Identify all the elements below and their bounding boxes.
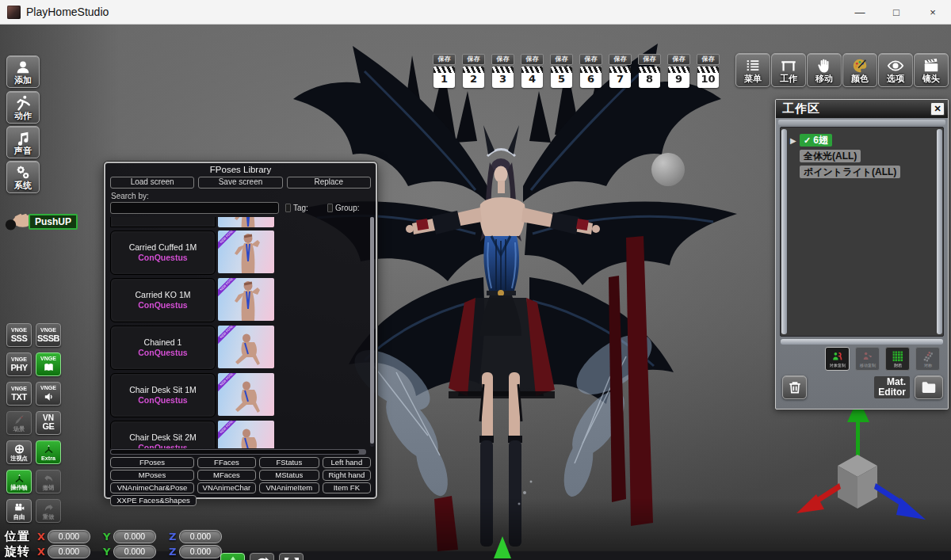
transform-x-field[interactable]: 0.000	[48, 545, 90, 558]
clapperboard-icon[interactable]: 2	[463, 67, 484, 88]
left-tool-add[interactable]: 添加	[6, 55, 40, 88]
left-tool-sound[interactable]: 声音	[6, 126, 40, 158]
list-item[interactable]	[110, 217, 374, 227]
pose-thumbnail[interactable]: NEW POSE	[218, 421, 274, 448]
scrollbar[interactable]	[781, 129, 787, 334]
dialog-button-save-screen[interactable]: Save screen	[198, 177, 282, 189]
save-button[interactable]: 保存	[579, 54, 602, 65]
dialog-button-replace[interactable]: Replace	[287, 177, 371, 189]
tree-item-chip[interactable]: ポイントライト(ALL)	[800, 166, 900, 178]
pose-item-chip[interactable]: Chained 1ConQuestus	[110, 326, 216, 370]
vnge-vnge-sss[interactable]: VNGESSS	[6, 323, 32, 347]
scrollbar[interactable]	[110, 449, 366, 455]
vnge-scene[interactable]: 场景	[6, 411, 32, 435]
expander-icon[interactable]: ▶	[790, 136, 800, 145]
category-mfaces[interactable]: MFaces	[197, 470, 256, 481]
vnge-vnge-phy[interactable]: VNGEPHY	[6, 352, 32, 376]
category-vnanimechar[interactable]: VNAnimeChar	[197, 482, 256, 493]
ws-tool-mirror[interactable]: 对称	[915, 347, 940, 371]
vnge-vnge-book[interactable]: VNGE	[36, 352, 61, 376]
save-button[interactable]: 保存	[667, 54, 690, 65]
ws-tool-attach[interactable]: 附着	[885, 347, 910, 371]
scrollbar[interactable]	[781, 339, 943, 345]
vnge-vnge-audio[interactable]: VNGE	[36, 382, 61, 406]
toolbar-color[interactable]: 颜色	[842, 53, 877, 87]
window-minimize-button[interactable]: —	[842, 0, 878, 24]
vnge-vnge-txt[interactable]: VNGETXT	[6, 382, 32, 406]
pose-item-chip[interactable]: Carried KO 1MConQuestus	[110, 278, 216, 322]
search-input[interactable]	[110, 202, 279, 214]
pushup-button[interactable]: PushUP	[3, 212, 78, 231]
clapperboard-icon[interactable]: 8	[639, 67, 660, 88]
vnge-undo[interactable]: 撤销	[36, 470, 61, 493]
clapperboard-icon[interactable]: 5	[551, 67, 572, 88]
tree-item-chip[interactable]: ✓6翅	[800, 134, 832, 147]
pose-thumbnail[interactable]: NEW POSE	[218, 230, 274, 273]
tree-item[interactable]: ▶✓6翅	[790, 134, 934, 147]
toolbar-options[interactable]: 选项	[878, 53, 913, 87]
tree-item[interactable]: ポイントライト(ALL)	[790, 166, 934, 178]
delete-button[interactable]	[782, 375, 807, 399]
toolbar-work[interactable]: 工作	[771, 53, 806, 87]
save-button[interactable]: 保存	[462, 54, 485, 65]
pose-item-chip[interactable]: Chair Desk Sit 2MConQuestus	[110, 421, 216, 448]
mat-editor-label[interactable]: Mat. Editor	[874, 376, 910, 398]
pose-thumbnail[interactable]: NEW POSE	[218, 278, 274, 321]
save-button[interactable]: 保存	[550, 54, 573, 65]
pose-thumbnail[interactable]: NEW POSE	[218, 326, 274, 368]
category-vnanimeitem[interactable]: VNAnimeItem	[259, 482, 319, 493]
category-mstatus[interactable]: MStatus	[259, 470, 319, 481]
clapperboard-icon[interactable]: 7	[609, 67, 631, 88]
scrollbar[interactable]	[937, 129, 942, 334]
scrollbar[interactable]	[370, 217, 374, 447]
transform-z-field[interactable]: 0.000	[179, 530, 222, 543]
tree-item[interactable]: 全体光(ALL)	[790, 150, 934, 162]
save-button[interactable]: 保存	[638, 54, 661, 65]
clapperboard-icon[interactable]: 10	[697, 67, 719, 88]
vnge-free-camera[interactable]: 自由	[6, 499, 32, 523]
pose-item-chip[interactable]	[110, 217, 216, 227]
workspace-tree[interactable]: ▶✓6翅全体光(ALL)ポイントライト(ALL)	[780, 127, 944, 337]
category-item-fk[interactable]: Item FK	[323, 482, 371, 493]
save-button[interactable]: 保存	[697, 54, 720, 65]
list-item[interactable]: Chained 1ConQuestusNEW POSE	[110, 326, 374, 370]
clapperboard-icon[interactable]: 6	[580, 67, 602, 88]
vnge-redo[interactable]: 重做	[36, 499, 61, 523]
workspace-titlebar[interactable]: 工作区 ✕	[776, 100, 948, 118]
vnge-look-at[interactable]: 注视点	[6, 440, 32, 464]
category-ffaces[interactable]: FFaces	[197, 457, 256, 468]
folder-button[interactable]	[915, 375, 943, 399]
transform-y-field[interactable]: 0.000	[113, 545, 156, 558]
toolbar-menu[interactable]: 菜单	[735, 53, 770, 87]
viewport-3d[interactable]: 添加动作声音系统 PushUP VNGESSSVNGESSSBVNGEPHYVN…	[0, 24, 951, 560]
left-tool-system[interactable]: 系统	[6, 161, 40, 193]
clapperboard-icon[interactable]: 1	[433, 67, 455, 88]
window-close-button[interactable]: ×	[915, 0, 951, 24]
mode-rotate-button[interactable]	[250, 553, 274, 560]
category-mposes[interactable]: MPoses	[110, 470, 194, 481]
list-item[interactable]: Carried Cuffed 1MConQuestusNEW POSE	[110, 230, 374, 275]
category-fposes[interactable]: FPoses	[110, 457, 194, 468]
tag-toggle[interactable]	[285, 204, 291, 212]
pose-thumbnail[interactable]	[218, 217, 274, 227]
clapperboard-icon[interactable]: 3	[492, 67, 514, 88]
list-item[interactable]: Carried KO 1MConQuestusNEW POSE	[110, 278, 374, 322]
dialog-button-load-screen[interactable]: Load screen	[110, 177, 194, 189]
save-button[interactable]: 保存	[521, 54, 544, 65]
left-tool-motion[interactable]: 动作	[6, 91, 40, 124]
vnge-gizmo-toggle[interactable]: 操作轴	[6, 470, 32, 493]
vnge-vnge-main[interactable]: VNGE	[36, 411, 61, 435]
category-xxpe-faces-shapes[interactable]: XXPE Faces&Shapes	[110, 495, 197, 506]
window-maximize-button[interactable]: □	[878, 0, 915, 24]
list-item[interactable]: Chair Desk Sit 2MConQuestusNEW POSE	[110, 421, 374, 448]
toolbar-camera[interactable]: 镜头	[914, 53, 949, 87]
toolbar-move[interactable]: 移动	[807, 53, 842, 87]
group-toggle[interactable]	[327, 204, 333, 212]
pose-thumbnail[interactable]: NEW POSE	[218, 373, 274, 416]
ws-tool-move-copy[interactable]: 移动复制	[855, 347, 880, 371]
list-item[interactable]: Chair Desk Sit 1MConQuestusNEW POSE	[110, 373, 374, 417]
save-button[interactable]: 保存	[491, 54, 514, 65]
clapperboard-icon[interactable]: 4	[521, 67, 543, 88]
tree-item-chip[interactable]: 全体光(ALL)	[800, 150, 861, 162]
category-left-hand[interactable]: Left hand	[323, 457, 371, 468]
